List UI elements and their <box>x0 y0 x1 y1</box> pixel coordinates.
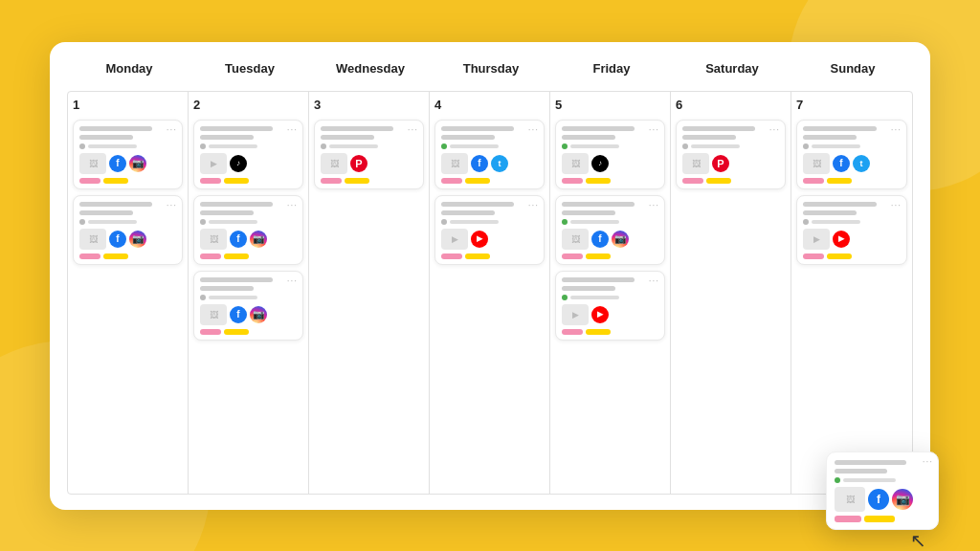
card-line <box>835 460 906 465</box>
card-menu-dots[interactable]: ··· <box>287 200 298 210</box>
post-card[interactable]: ··· 🖼 f t <box>434 120 545 189</box>
tag <box>465 178 490 184</box>
card-tags <box>441 253 538 259</box>
youtube-icon: ▶ <box>471 231 488 248</box>
card-menu-dots[interactable]: ··· <box>167 200 177 210</box>
card-inline-line <box>570 296 619 299</box>
card-line <box>441 126 514 131</box>
instagram-icon: 📷 <box>250 306 267 323</box>
post-card[interactable]: ··· 🖼 P <box>314 120 424 189</box>
post-card[interactable]: ··· ▶ ▶ <box>434 195 545 265</box>
card-status-row <box>562 295 658 300</box>
card-menu-dots[interactable]: ··· <box>923 456 933 467</box>
post-card[interactable]: ··· 🖼 f 📷 <box>73 120 183 189</box>
status-dot <box>200 295 206 300</box>
tag <box>803 178 824 184</box>
card-thumbnail: 🖼 <box>79 229 106 250</box>
card-line <box>803 135 857 140</box>
tag <box>345 178 369 184</box>
card-status-row <box>321 143 417 149</box>
post-card[interactable]: ··· 🖼 ♪ <box>555 120 665 189</box>
status-dot <box>803 143 809 149</box>
card-line <box>562 135 615 140</box>
status-dot <box>200 143 206 149</box>
play-icon: ▶ <box>211 159 217 168</box>
youtube-icon: ▶ <box>833 231 850 248</box>
card-thumbnail: 🖼 <box>441 153 468 174</box>
floating-post-card[interactable]: ··· 🖼 f 📷 ↖ <box>826 452 939 530</box>
post-card[interactable]: ··· 🖼 f 📷 <box>73 195 183 265</box>
pinterest-icon: P <box>350 155 368 172</box>
post-card[interactable]: ··· 🖼 f 📷 <box>193 271 303 341</box>
card-line <box>200 202 273 207</box>
card-inline-line <box>570 144 619 148</box>
tag <box>200 178 221 184</box>
card-line <box>79 126 152 131</box>
card-thumbnail: 🖼 <box>835 487 865 512</box>
post-card[interactable]: ··· 🖼 f t <box>796 120 907 189</box>
card-tags <box>562 253 658 259</box>
tag <box>224 178 249 184</box>
card-line <box>562 277 635 282</box>
post-card[interactable]: ··· ▶ ▶ <box>555 271 665 341</box>
day-header-monday: Monday <box>69 57 189 83</box>
tag <box>103 178 128 184</box>
card-thumbnail: ▶ <box>562 304 589 325</box>
post-card[interactable]: ··· ▶ ♪ <box>193 120 303 189</box>
post-card[interactable]: ··· 🖼 f 📷 <box>193 195 303 265</box>
post-card[interactable]: ··· ▶ ▶ <box>796 195 907 265</box>
card-line <box>441 135 495 140</box>
card-menu-dots[interactable]: ··· <box>528 200 539 210</box>
card-menu-dots[interactable]: ··· <box>649 200 659 210</box>
card-line <box>562 126 635 131</box>
card-thumbnail: 🖼 <box>562 153 589 174</box>
status-dot <box>562 143 568 149</box>
day-number-4: 4 <box>434 98 545 112</box>
card-thumbnail: 🖼 <box>321 153 347 174</box>
card-icons-row: 🖼 f 📷 <box>200 229 297 250</box>
card-status-row <box>79 219 176 225</box>
card-thumbnail: 🖼 <box>803 153 830 174</box>
card-line <box>200 126 273 131</box>
card-menu-dots[interactable]: ··· <box>287 124 298 135</box>
card-status-row <box>562 143 658 149</box>
tag <box>79 253 100 259</box>
card-thumbnail: 🖼 <box>562 229 589 250</box>
card-menu-dots[interactable]: ··· <box>528 124 539 135</box>
card-tags <box>200 329 297 335</box>
card-icons-row: 🖼 P <box>682 153 779 174</box>
card-status-row <box>200 295 297 300</box>
day-col-thursday: 4 ··· 🖼 f t <box>430 92 550 494</box>
card-tags <box>79 178 176 184</box>
tag <box>586 329 611 335</box>
card-menu-dots[interactable]: ··· <box>769 124 780 135</box>
card-status-row <box>441 143 538 149</box>
card-line <box>200 210 254 215</box>
day-col-saturday: 6 ··· 🖼 P <box>671 92 791 494</box>
card-tags <box>562 178 658 184</box>
facebook-icon: f <box>591 231 609 248</box>
tag <box>224 329 249 335</box>
card-menu-dots[interactable]: ··· <box>649 124 659 135</box>
card-line <box>562 210 615 215</box>
post-card[interactable]: ··· 🖼 f 📷 <box>555 195 665 265</box>
tag <box>562 253 583 259</box>
tag <box>803 253 824 259</box>
instagram-icon: 📷 <box>129 231 146 248</box>
image-icon: 🖼 <box>210 310 218 320</box>
card-tags <box>803 253 901 259</box>
card-menu-dots[interactable]: ··· <box>408 124 418 135</box>
facebook-icon: f <box>868 489 889 510</box>
card-menu-dots[interactable]: ··· <box>167 124 177 135</box>
card-menu-dots[interactable]: ··· <box>891 200 902 210</box>
card-inline-line <box>843 478 896 482</box>
day-number-5: 5 <box>555 98 665 112</box>
card-menu-dots[interactable]: ··· <box>649 276 659 286</box>
image-icon: 🖼 <box>813 159 821 168</box>
tag <box>200 253 221 259</box>
instagram-icon: 📷 <box>892 489 913 510</box>
tag <box>103 253 128 259</box>
card-menu-dots[interactable]: ··· <box>891 124 902 135</box>
post-card[interactable]: ··· 🖼 P <box>676 120 786 189</box>
card-menu-dots[interactable]: ··· <box>287 276 298 286</box>
